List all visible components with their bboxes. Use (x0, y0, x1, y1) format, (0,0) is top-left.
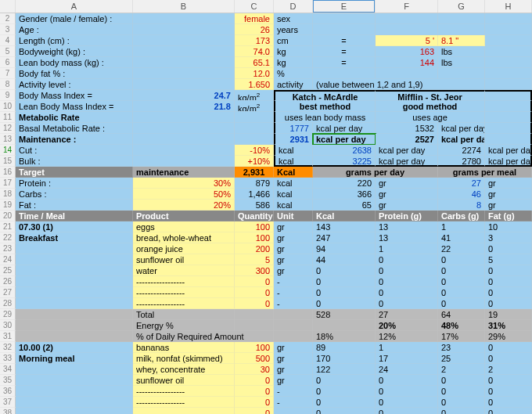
food-product[interactable]: sunflower oil (133, 375, 235, 386)
food-product[interactable]: ----------------- (133, 408, 235, 414)
food-qty[interactable]: 300 (235, 265, 274, 276)
meal-name: Breakfast (16, 232, 133, 243)
food-product[interactable]: water (133, 265, 235, 276)
food-qty[interactable]: 100 (235, 342, 274, 353)
food-product[interactable]: ----------------- (133, 397, 235, 408)
meal-time: 10.00 (2) (16, 342, 133, 353)
food-qty[interactable]: 0 (235, 397, 274, 408)
label-gender: Gender (male / female) : (16, 13, 133, 24)
meal-rows[interactable]: 2107.30 (1)eggs100gr1431311022Breakfastb… (0, 221, 532, 414)
meal-time: 07.30 (1) (16, 221, 133, 232)
food-qty[interactable]: 0 (235, 298, 274, 309)
column-headers: ABCDEFGH (0, 0, 532, 13)
food-product[interactable]: ----------------- (133, 276, 235, 287)
row-header: 2 (0, 13, 16, 24)
food-product[interactable]: bananas (133, 342, 235, 353)
food-qty[interactable]: 0 (235, 375, 274, 386)
selected-cell[interactable]: kcal per day (313, 134, 376, 145)
food-qty[interactable]: 200 (235, 243, 274, 254)
food-qty[interactable]: 30 (235, 364, 274, 375)
spreadsheet-grid[interactable]: 2 Gender (male / female) : female sex 3 … (0, 13, 532, 221)
food-product[interactable]: orange juice (133, 243, 235, 254)
food-product[interactable]: ----------------- (133, 298, 235, 309)
value-gender[interactable]: female (235, 13, 274, 24)
food-product[interactable]: milk, nonfat (skimmed) (133, 353, 235, 364)
meal-name: Morning meal (16, 353, 133, 364)
food-product[interactable]: eggs (133, 221, 235, 232)
food-product[interactable]: bread, whole-wheat (133, 232, 235, 243)
food-qty[interactable]: 0 (235, 276, 274, 287)
food-qty[interactable]: 0 (235, 408, 274, 414)
food-qty[interactable]: 5 (235, 254, 274, 265)
food-qty[interactable]: 100 (235, 232, 274, 243)
food-qty[interactable]: 0 (235, 386, 274, 397)
food-qty[interactable]: 100 (235, 221, 274, 232)
food-product[interactable]: whey, concentrate (133, 364, 235, 375)
food-product[interactable]: ----------------- (133, 386, 235, 397)
food-product[interactable]: sunflower oil (133, 254, 235, 265)
food-qty[interactable]: 500 (235, 353, 274, 364)
food-qty[interactable]: 0 (235, 287, 274, 298)
food-product[interactable]: ----------------- (133, 287, 235, 298)
